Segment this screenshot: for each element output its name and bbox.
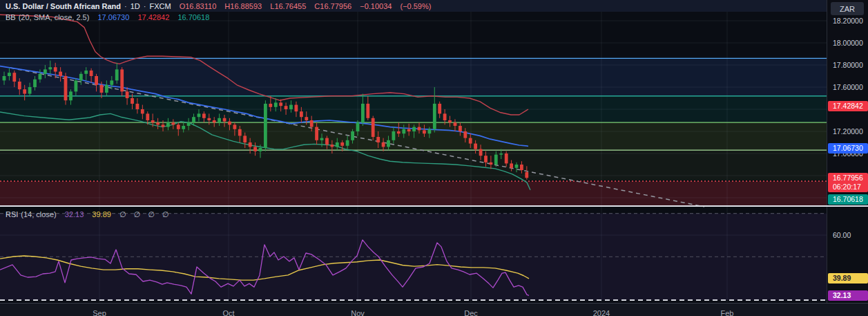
candle-body <box>515 165 519 168</box>
candle-body <box>12 73 16 82</box>
candle-body <box>505 154 508 163</box>
candle-body <box>64 76 68 100</box>
bb-params: (20, SMA, close, 2.5) <box>19 13 90 21</box>
candle-body <box>228 122 231 125</box>
symbol-header: U.S. Dollar / South African Rand · 1D · … <box>0 0 827 12</box>
candle-body <box>494 155 498 165</box>
candle-body <box>233 124 237 129</box>
candle-body <box>356 122 360 131</box>
currency-button[interactable]: ZAR <box>831 2 864 15</box>
axis-separator <box>0 303 868 304</box>
candle-body <box>141 109 144 113</box>
time-axis-label: 2024 <box>586 309 617 316</box>
candle-body <box>243 136 247 142</box>
candle-body <box>39 74 42 80</box>
candle-body <box>443 113 447 120</box>
candle-body <box>126 91 129 98</box>
candle-body <box>23 89 26 93</box>
candle-body <box>162 124 165 127</box>
candle-body <box>479 149 483 156</box>
candle-body <box>300 111 303 117</box>
close-value: C16.77956 <box>314 2 351 10</box>
candle-body <box>361 104 365 122</box>
candle-body <box>418 127 421 131</box>
candle-body <box>366 104 369 118</box>
candle-body <box>376 137 380 142</box>
timeframe-label[interactable]: 1D <box>131 2 140 10</box>
rsi-value-badge: 32.13 <box>828 290 868 301</box>
bb-upper-value: 17.42842 <box>137 13 169 21</box>
candle-body <box>202 113 206 118</box>
candle-body <box>295 105 298 112</box>
candle-body <box>423 130 426 133</box>
pane-separator[interactable] <box>0 205 868 207</box>
price-axis-label: 17.20000 <box>833 127 863 136</box>
symbol-title[interactable]: U.S. Dollar / South African Rand <box>6 2 121 10</box>
bb-basis-badge: 17.06730 <box>828 143 868 154</box>
rsi-hidden-values: ∅ ∅ ∅ ∅ <box>119 210 172 219</box>
candle-body <box>438 104 441 113</box>
candle-body <box>95 76 98 85</box>
candle-body <box>8 73 11 76</box>
candle-body <box>382 142 385 147</box>
candle-body <box>249 142 252 147</box>
candle-body <box>33 80 37 87</box>
candle-body <box>402 129 405 133</box>
price-axis-label: 17.80000 <box>833 61 863 70</box>
candle-body <box>510 163 513 167</box>
candle-body <box>90 71 93 76</box>
bb-name: BB <box>6 13 16 21</box>
candle-body <box>218 118 221 122</box>
price-axis[interactable]: ZAR 18.2000018.0000017.8000017.6000017.2… <box>827 0 868 304</box>
price-axis-label: 18.00000 <box>833 39 863 48</box>
candle-body <box>28 87 32 94</box>
candle-body <box>105 85 108 93</box>
candle-body <box>172 122 175 124</box>
candle-body <box>253 147 257 151</box>
candle-body <box>44 69 47 73</box>
candle-body <box>182 126 185 129</box>
high-value: H16.88593 <box>224 2 262 10</box>
price-zone <box>0 181 827 205</box>
price-axis-label: 17.60000 <box>833 83 863 92</box>
candle-body <box>525 172 528 178</box>
price-zone <box>0 122 827 150</box>
candle-body <box>331 145 334 147</box>
candle-body <box>274 102 278 106</box>
time-axis[interactable]: SepOctNovDec2024Feb <box>0 304 868 316</box>
candle-body <box>484 156 488 162</box>
candle-body <box>264 104 267 148</box>
open-value: O16.83110 <box>180 2 217 10</box>
candle-body <box>428 129 432 133</box>
candle-body <box>520 165 523 170</box>
candle-body <box>412 127 416 131</box>
candle-body <box>75 80 78 91</box>
rsi-params: (14, close) <box>21 210 56 219</box>
candle-body <box>397 131 401 133</box>
candle-body <box>84 71 88 74</box>
candle-body <box>207 118 211 120</box>
candle-body <box>340 142 344 146</box>
candle-body <box>3 76 6 80</box>
candle-body <box>156 122 160 124</box>
candle-body <box>320 138 324 140</box>
chart-canvas[interactable] <box>0 0 827 304</box>
candle-body <box>177 124 180 129</box>
candle-body <box>310 120 314 127</box>
candle-body <box>223 118 226 122</box>
time-axis-label: Feb <box>712 309 742 316</box>
price-axis-label: 18.20000 <box>833 17 863 26</box>
title-separator: · <box>144 2 146 10</box>
candle-body <box>284 106 288 109</box>
candle-body <box>59 72 62 76</box>
bb-indicator-legend[interactable]: BB(20, SMA, close, 2.5) 17.06730 17.4284… <box>6 13 209 21</box>
candle-body <box>79 74 83 81</box>
candle-body <box>454 122 457 126</box>
candle-body <box>166 122 170 127</box>
candle-body <box>305 117 308 120</box>
rsi-name: RSI <box>6 210 18 219</box>
bb-lower-value: 16.70618 <box>177 13 209 21</box>
candle-body <box>48 67 52 69</box>
rsi-indicator-legend[interactable]: RSI(14, close) 32.13 39.89 ∅ ∅ ∅ ∅ <box>6 210 171 219</box>
exchange-label[interactable]: FXCM <box>149 2 171 10</box>
